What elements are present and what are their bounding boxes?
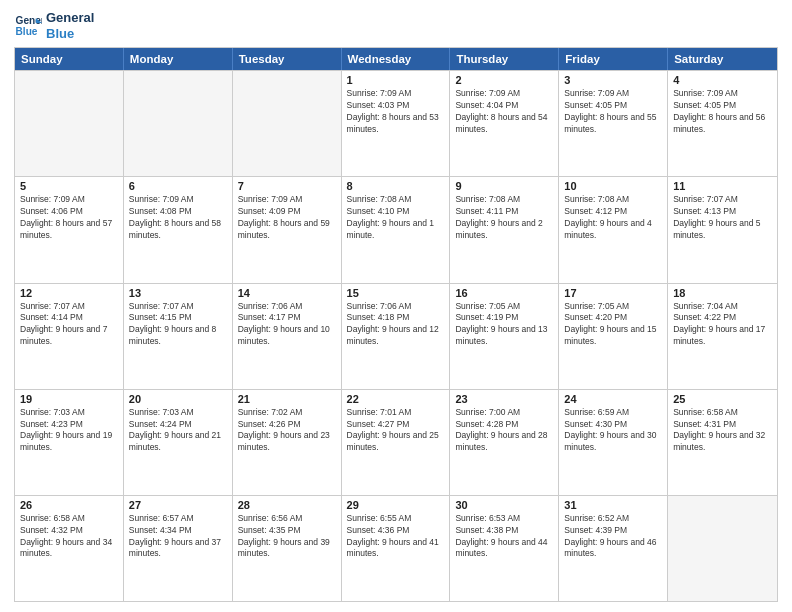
logo-icon: General Blue xyxy=(14,12,42,40)
day-number: 14 xyxy=(238,287,336,299)
day-cell-20: 20Sunrise: 7:03 AM Sunset: 4:24 PM Dayli… xyxy=(124,390,233,495)
day-cell-9: 9Sunrise: 7:08 AM Sunset: 4:11 PM Daylig… xyxy=(450,177,559,282)
day-info: Sunrise: 7:08 AM Sunset: 4:12 PM Dayligh… xyxy=(564,194,662,242)
day-number: 4 xyxy=(673,74,772,86)
day-cell-22: 22Sunrise: 7:01 AM Sunset: 4:27 PM Dayli… xyxy=(342,390,451,495)
day-cell-25: 25Sunrise: 6:58 AM Sunset: 4:31 PM Dayli… xyxy=(668,390,777,495)
empty-cell xyxy=(233,71,342,176)
day-number: 30 xyxy=(455,499,553,511)
day-info: Sunrise: 7:07 AM Sunset: 4:15 PM Dayligh… xyxy=(129,301,227,349)
day-cell-6: 6Sunrise: 7:09 AM Sunset: 4:08 PM Daylig… xyxy=(124,177,233,282)
day-info: Sunrise: 6:56 AM Sunset: 4:35 PM Dayligh… xyxy=(238,513,336,561)
day-number: 15 xyxy=(347,287,445,299)
weekday-header-friday: Friday xyxy=(559,48,668,70)
day-cell-8: 8Sunrise: 7:08 AM Sunset: 4:10 PM Daylig… xyxy=(342,177,451,282)
day-number: 19 xyxy=(20,393,118,405)
week-row-4: 19Sunrise: 7:03 AM Sunset: 4:23 PM Dayli… xyxy=(15,389,777,495)
day-number: 7 xyxy=(238,180,336,192)
day-info: Sunrise: 6:58 AM Sunset: 4:32 PM Dayligh… xyxy=(20,513,118,561)
day-cell-11: 11Sunrise: 7:07 AM Sunset: 4:13 PM Dayli… xyxy=(668,177,777,282)
weekday-header-tuesday: Tuesday xyxy=(233,48,342,70)
day-number: 29 xyxy=(347,499,445,511)
day-cell-23: 23Sunrise: 7:00 AM Sunset: 4:28 PM Dayli… xyxy=(450,390,559,495)
weekday-header-sunday: Sunday xyxy=(15,48,124,70)
day-number: 17 xyxy=(564,287,662,299)
day-number: 25 xyxy=(673,393,772,405)
calendar-header: SundayMondayTuesdayWednesdayThursdayFrid… xyxy=(15,48,777,70)
day-cell-10: 10Sunrise: 7:08 AM Sunset: 4:12 PM Dayli… xyxy=(559,177,668,282)
day-number: 6 xyxy=(129,180,227,192)
day-cell-15: 15Sunrise: 7:06 AM Sunset: 4:18 PM Dayli… xyxy=(342,284,451,389)
empty-cell xyxy=(124,71,233,176)
weekday-header-thursday: Thursday xyxy=(450,48,559,70)
day-number: 26 xyxy=(20,499,118,511)
day-info: Sunrise: 7:09 AM Sunset: 4:09 PM Dayligh… xyxy=(238,194,336,242)
day-info: Sunrise: 6:57 AM Sunset: 4:34 PM Dayligh… xyxy=(129,513,227,561)
day-cell-17: 17Sunrise: 7:05 AM Sunset: 4:20 PM Dayli… xyxy=(559,284,668,389)
day-cell-30: 30Sunrise: 6:53 AM Sunset: 4:38 PM Dayli… xyxy=(450,496,559,601)
day-number: 16 xyxy=(455,287,553,299)
day-info: Sunrise: 7:09 AM Sunset: 4:04 PM Dayligh… xyxy=(455,88,553,136)
day-number: 10 xyxy=(564,180,662,192)
week-row-1: 1Sunrise: 7:09 AM Sunset: 4:03 PM Daylig… xyxy=(15,70,777,176)
day-info: Sunrise: 7:08 AM Sunset: 4:11 PM Dayligh… xyxy=(455,194,553,242)
week-row-5: 26Sunrise: 6:58 AM Sunset: 4:32 PM Dayli… xyxy=(15,495,777,601)
page: General Blue General Blue SundayMondayTu… xyxy=(0,0,792,612)
weekday-header-monday: Monday xyxy=(124,48,233,70)
day-cell-12: 12Sunrise: 7:07 AM Sunset: 4:14 PM Dayli… xyxy=(15,284,124,389)
week-row-2: 5Sunrise: 7:09 AM Sunset: 4:06 PM Daylig… xyxy=(15,176,777,282)
day-number: 21 xyxy=(238,393,336,405)
day-number: 8 xyxy=(347,180,445,192)
empty-cell xyxy=(15,71,124,176)
day-info: Sunrise: 7:03 AM Sunset: 4:24 PM Dayligh… xyxy=(129,407,227,455)
header: General Blue General Blue xyxy=(14,10,778,41)
day-info: Sunrise: 7:07 AM Sunset: 4:13 PM Dayligh… xyxy=(673,194,772,242)
day-info: Sunrise: 6:55 AM Sunset: 4:36 PM Dayligh… xyxy=(347,513,445,561)
weekday-header-wednesday: Wednesday xyxy=(342,48,451,70)
day-cell-13: 13Sunrise: 7:07 AM Sunset: 4:15 PM Dayli… xyxy=(124,284,233,389)
day-cell-2: 2Sunrise: 7:09 AM Sunset: 4:04 PM Daylig… xyxy=(450,71,559,176)
day-info: Sunrise: 6:52 AM Sunset: 4:39 PM Dayligh… xyxy=(564,513,662,561)
day-info: Sunrise: 7:06 AM Sunset: 4:18 PM Dayligh… xyxy=(347,301,445,349)
day-cell-29: 29Sunrise: 6:55 AM Sunset: 4:36 PM Dayli… xyxy=(342,496,451,601)
day-info: Sunrise: 7:01 AM Sunset: 4:27 PM Dayligh… xyxy=(347,407,445,455)
day-info: Sunrise: 7:09 AM Sunset: 4:06 PM Dayligh… xyxy=(20,194,118,242)
weekday-header-saturday: Saturday xyxy=(668,48,777,70)
day-number: 22 xyxy=(347,393,445,405)
day-info: Sunrise: 7:07 AM Sunset: 4:14 PM Dayligh… xyxy=(20,301,118,349)
day-number: 18 xyxy=(673,287,772,299)
day-info: Sunrise: 7:09 AM Sunset: 4:08 PM Dayligh… xyxy=(129,194,227,242)
day-cell-24: 24Sunrise: 6:59 AM Sunset: 4:30 PM Dayli… xyxy=(559,390,668,495)
day-cell-26: 26Sunrise: 6:58 AM Sunset: 4:32 PM Dayli… xyxy=(15,496,124,601)
calendar: SundayMondayTuesdayWednesdayThursdayFrid… xyxy=(14,47,778,602)
day-cell-5: 5Sunrise: 7:09 AM Sunset: 4:06 PM Daylig… xyxy=(15,177,124,282)
day-info: Sunrise: 7:02 AM Sunset: 4:26 PM Dayligh… xyxy=(238,407,336,455)
day-cell-14: 14Sunrise: 7:06 AM Sunset: 4:17 PM Dayli… xyxy=(233,284,342,389)
day-cell-4: 4Sunrise: 7:09 AM Sunset: 4:05 PM Daylig… xyxy=(668,71,777,176)
day-info: Sunrise: 7:09 AM Sunset: 4:03 PM Dayligh… xyxy=(347,88,445,136)
day-number: 3 xyxy=(564,74,662,86)
logo: General Blue General Blue xyxy=(14,10,94,41)
day-info: Sunrise: 6:58 AM Sunset: 4:31 PM Dayligh… xyxy=(673,407,772,455)
day-number: 12 xyxy=(20,287,118,299)
day-cell-3: 3Sunrise: 7:09 AM Sunset: 4:05 PM Daylig… xyxy=(559,71,668,176)
day-cell-16: 16Sunrise: 7:05 AM Sunset: 4:19 PM Dayli… xyxy=(450,284,559,389)
day-number: 24 xyxy=(564,393,662,405)
day-number: 5 xyxy=(20,180,118,192)
logo-blue: Blue xyxy=(46,26,94,42)
day-info: Sunrise: 7:05 AM Sunset: 4:19 PM Dayligh… xyxy=(455,301,553,349)
day-info: Sunrise: 7:06 AM Sunset: 4:17 PM Dayligh… xyxy=(238,301,336,349)
day-cell-18: 18Sunrise: 7:04 AM Sunset: 4:22 PM Dayli… xyxy=(668,284,777,389)
day-cell-7: 7Sunrise: 7:09 AM Sunset: 4:09 PM Daylig… xyxy=(233,177,342,282)
day-info: Sunrise: 7:09 AM Sunset: 4:05 PM Dayligh… xyxy=(673,88,772,136)
day-number: 20 xyxy=(129,393,227,405)
day-info: Sunrise: 7:03 AM Sunset: 4:23 PM Dayligh… xyxy=(20,407,118,455)
day-number: 9 xyxy=(455,180,553,192)
day-number: 13 xyxy=(129,287,227,299)
empty-cell xyxy=(668,496,777,601)
day-info: Sunrise: 6:53 AM Sunset: 4:38 PM Dayligh… xyxy=(455,513,553,561)
day-number: 11 xyxy=(673,180,772,192)
day-cell-1: 1Sunrise: 7:09 AM Sunset: 4:03 PM Daylig… xyxy=(342,71,451,176)
day-number: 23 xyxy=(455,393,553,405)
day-cell-19: 19Sunrise: 7:03 AM Sunset: 4:23 PM Dayli… xyxy=(15,390,124,495)
